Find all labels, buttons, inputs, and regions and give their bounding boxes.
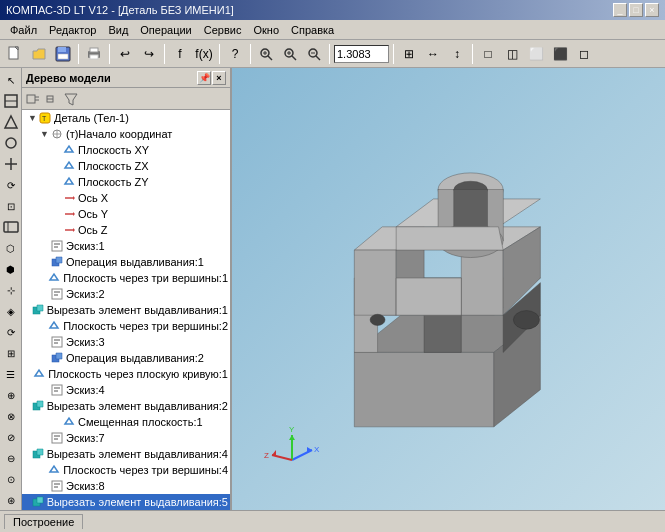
tree-item[interactable]: ▼TДеталь (Тел-1)	[22, 110, 230, 126]
view5-button[interactable]: ◻	[573, 43, 595, 65]
zoom-in-button[interactable]	[279, 43, 301, 65]
view-btn-1[interactable]	[1, 91, 21, 111]
fx-button[interactable]: f(x)	[193, 43, 215, 65]
view-btn-12[interactable]: ⟳	[1, 322, 21, 342]
undo-button[interactable]: ↩	[114, 43, 136, 65]
tree-expand-button[interactable]	[24, 90, 42, 108]
view3-button[interactable]: ⬜	[525, 43, 547, 65]
tree-filter-button[interactable]	[62, 90, 80, 108]
tree-item[interactable]: Плоскость через три вершины:2	[22, 318, 230, 334]
view-btn-18[interactable]: ⊖	[1, 448, 21, 468]
menu-service[interactable]: Сервис	[198, 22, 248, 38]
tree-item[interactable]: Ось Y	[22, 206, 230, 222]
help-cursor-button[interactable]: ?	[224, 43, 246, 65]
tree-item[interactable]: Плоскость через три вершины:4	[22, 462, 230, 478]
redo-button[interactable]: ↪	[138, 43, 160, 65]
menu-operations[interactable]: Операции	[134, 22, 197, 38]
tree-item[interactable]: Ось X	[22, 190, 230, 206]
view-btn-3[interactable]	[1, 133, 21, 153]
minimize-button[interactable]: _	[613, 3, 627, 17]
tree-collapse-button[interactable]	[43, 90, 61, 108]
open-button[interactable]	[28, 43, 50, 65]
tree-item-label: Эскиз:2	[66, 288, 105, 300]
menu-edit[interactable]: Редактор	[43, 22, 102, 38]
menu-view[interactable]: Вид	[102, 22, 134, 38]
tree-item[interactable]: Плоскость XY	[22, 142, 230, 158]
view-btn-8[interactable]: ⬡	[1, 238, 21, 258]
svg-marker-76	[50, 466, 58, 472]
tree-pin-button[interactable]: 📌	[197, 71, 211, 85]
view-btn-16[interactable]: ⊗	[1, 406, 21, 426]
view1-button[interactable]: □	[477, 43, 499, 65]
tree-item[interactable]: Вырезать элемент выдавливания:1	[22, 302, 230, 318]
svg-point-104	[370, 314, 385, 325]
orient1-button[interactable]: ⊞	[398, 43, 420, 65]
sep5	[250, 44, 251, 64]
tree-close-button[interactable]: ×	[212, 71, 226, 85]
cursor-button[interactable]: ↖	[1, 70, 21, 90]
tree-item[interactable]: Эскиз:1	[22, 238, 230, 254]
view-btn-19[interactable]: ⊙	[1, 469, 21, 489]
svg-text:X: X	[314, 445, 320, 454]
zoom-input[interactable]	[334, 45, 389, 63]
view-btn-5[interactable]: ⟳	[1, 175, 21, 195]
tree-item-label: Плоскость через три вершины:2	[63, 320, 228, 332]
view-btn-7[interactable]	[1, 217, 21, 237]
tree-item[interactable]: Плоскость через плоскую кривую:1	[22, 366, 230, 382]
tree-item[interactable]: Эскиз:7	[22, 430, 230, 446]
menu-bar: Файл Редактор Вид Операции Сервис Окно С…	[0, 20, 665, 40]
tree-item[interactable]: Вырезать элемент выдавливания:5	[22, 494, 230, 510]
svg-text:Z: Z	[264, 451, 269, 460]
tree-item[interactable]: Эскиз:3	[22, 334, 230, 350]
view-btn-13[interactable]: ⊞	[1, 343, 21, 363]
save-button[interactable]	[52, 43, 74, 65]
menu-window[interactable]: Окно	[247, 22, 285, 38]
menu-help[interactable]: Справка	[285, 22, 340, 38]
view-btn-14[interactable]: ☰	[1, 364, 21, 384]
viewport[interactable]: X Y Z	[232, 68, 665, 510]
title-bar-controls: _ □ ×	[613, 3, 659, 17]
view-btn-11[interactable]: ◈	[1, 301, 21, 321]
tree-item[interactable]: Эскиз:2	[22, 286, 230, 302]
tree-item[interactable]: Вырезать элемент выдавливания:2	[22, 398, 230, 414]
view-btn-9[interactable]: ⬢	[1, 259, 21, 279]
svg-rect-7	[90, 55, 98, 59]
view-btn-17[interactable]: ⊘	[1, 427, 21, 447]
svg-marker-115	[272, 450, 276, 456]
new-button[interactable]	[4, 43, 26, 65]
tree-item[interactable]: Плоскость ZX	[22, 158, 230, 174]
tree-item[interactable]: Операция выдавливания:1	[22, 254, 230, 270]
maximize-button[interactable]: □	[629, 3, 643, 17]
tree-item[interactable]: Вырезать элемент выдавливания:4	[22, 446, 230, 462]
tree-item[interactable]: Ось Z	[22, 222, 230, 238]
view-btn-15[interactable]: ⊕	[1, 385, 21, 405]
f-button[interactable]: f	[169, 43, 191, 65]
menu-file[interactable]: Файл	[4, 22, 43, 38]
tree-item[interactable]: Эскиз:4	[22, 382, 230, 398]
orient2-button[interactable]: ↔	[422, 43, 444, 65]
view-btn-4[interactable]	[1, 154, 21, 174]
print-button[interactable]	[83, 43, 105, 65]
view-btn-20[interactable]: ⊛	[1, 490, 21, 510]
tree-item[interactable]: ▼(т)Начало координат	[22, 126, 230, 142]
tree-item[interactable]: Плоскость ZY	[22, 174, 230, 190]
status-tab[interactable]: Построение	[4, 514, 83, 529]
view2-button[interactable]: ◫	[501, 43, 523, 65]
left-toolbar: ↖ ⟳ ⊡ ⬡ ⬢ ⊹ ◈ ⟳ ⊞ ☰ ⊕ ⊗ ⊘ ⊖ ⊙ ⊛	[0, 68, 22, 510]
svg-marker-42	[73, 196, 75, 200]
tree-item[interactable]: Операция выдавливания:2	[22, 350, 230, 366]
svg-marker-52	[50, 274, 58, 280]
view4-button[interactable]: ⬛	[549, 43, 571, 65]
view-btn-6[interactable]: ⊡	[1, 196, 21, 216]
tree-item[interactable]: Смещенная плоскость:1	[22, 414, 230, 430]
close-button[interactable]: ×	[645, 3, 659, 17]
tree-item[interactable]: Плоскость через три вершины:1	[22, 270, 230, 286]
tree-item-label: Вырезать элемент выдавливания:2	[47, 400, 228, 412]
zoom-all-button[interactable]	[255, 43, 277, 65]
view-btn-2[interactable]	[1, 112, 21, 132]
tree-item[interactable]: Эскиз:8	[22, 478, 230, 494]
zoom-out-button[interactable]	[303, 43, 325, 65]
view-btn-10[interactable]: ⊹	[1, 280, 21, 300]
orient3-button[interactable]: ↕	[446, 43, 468, 65]
svg-marker-63	[56, 353, 62, 359]
